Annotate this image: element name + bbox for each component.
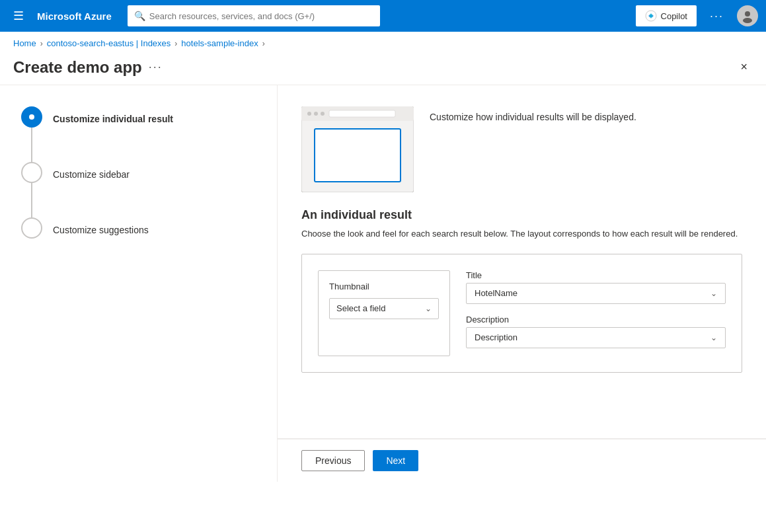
thumbnail-label: Thumbnail [329, 282, 439, 291]
description-label: Description [466, 315, 726, 324]
thumbnail-select[interactable]: Select a field ⌄ [329, 298, 439, 319]
description-dropdown[interactable]: Description ⌄ [466, 327, 726, 348]
page-more-icon[interactable]: ··· [149, 60, 163, 74]
breadcrumb-separator-3: › [262, 39, 265, 48]
step-1-label: Customize individual result [53, 110, 173, 124]
title-label: Title [466, 270, 726, 280]
thumbnail-select-value: Select a field [336, 303, 385, 313]
next-button[interactable]: Next [373, 450, 418, 471]
description-dropdown-chevron-icon: ⌄ [710, 333, 717, 342]
svg-point-3 [29, 114, 34, 120]
title-dropdown-chevron-icon: ⌄ [710, 289, 717, 298]
step-3-label: Customize suggestions [53, 221, 149, 235]
search-bar[interactable]: 🔍 [128, 5, 380, 26]
wizard-sidebar: Customize individual result Customize si… [0, 85, 278, 482]
wizard-panel: Customize how individual results will be… [278, 85, 766, 438]
step-3-circle [21, 217, 42, 239]
title-dropdown-value: HotelName [475, 288, 517, 298]
thumbnail-select-chevron-icon: ⌄ [425, 304, 432, 313]
more-options-icon[interactable]: ··· [705, 7, 729, 26]
search-input[interactable] [149, 11, 373, 21]
thumbnail-section: Thumbnail Select a field ⌄ [318, 270, 450, 356]
copilot-icon [645, 10, 657, 22]
breadcrumb-separator-2: › [174, 39, 177, 48]
step-2-label: Customize sidebar [53, 166, 130, 180]
svg-point-8 [321, 112, 325, 116]
wizard-step-2[interactable]: Customize sidebar [21, 162, 256, 217]
user-avatar[interactable] [737, 5, 758, 26]
close-button[interactable]: × [735, 57, 753, 77]
step-1-circle [21, 106, 42, 128]
description-dropdown-value: Description [475, 332, 517, 342]
breadcrumb-index[interactable]: hotels-sample-index [181, 38, 258, 48]
page-header: Create demo app ··· × [0, 55, 766, 85]
fields-card: Thumbnail Select a field ⌄ Title HotelNa… [301, 254, 742, 373]
svg-point-6 [307, 112, 311, 116]
page-title: Create demo app [13, 58, 142, 77]
svg-point-7 [314, 112, 318, 116]
preview-illustration [301, 106, 414, 192]
copilot-label: Copilot [661, 11, 687, 21]
hamburger-icon[interactable]: ☰ [8, 6, 29, 26]
app-title: Microsoft Azure [37, 11, 112, 22]
section-description: Choose the look and feel for each search… [301, 227, 742, 241]
copilot-button[interactable]: Copilot [636, 5, 697, 26]
search-icon: 🔍 [134, 11, 145, 21]
avatar-icon [740, 9, 755, 23]
description-field-group: Description Description ⌄ [466, 315, 726, 348]
wizard-step-3[interactable]: Customize suggestions [21, 217, 256, 239]
breadcrumb-separator-1: › [40, 39, 43, 48]
wizard-steps: Customize individual result Customize si… [21, 106, 256, 239]
step-2-circle [21, 162, 42, 183]
breadcrumb: Home › contoso-search-eastus | Indexes ›… [0, 32, 766, 55]
preview-description: Customize how individual results will be… [430, 106, 636, 122]
title-field-group: Title HotelName ⌄ [466, 270, 726, 304]
svg-rect-9 [329, 110, 395, 117]
preview-section: Customize how individual results will be… [301, 106, 742, 192]
main-content: Customize individual result Customize si… [0, 85, 766, 482]
wizard-step-1[interactable]: Customize individual result [21, 106, 256, 162]
top-navigation: ☰ Microsoft Azure 🔍 Copilot ··· [0, 0, 766, 32]
previous-button[interactable]: Previous [301, 450, 365, 471]
title-dropdown[interactable]: HotelName ⌄ [466, 283, 726, 304]
step-1-dot-icon [27, 112, 36, 122]
right-fields: Title HotelName ⌄ Description Descriptio… [466, 270, 726, 348]
breadcrumb-indexes[interactable]: contoso-search-eastus | Indexes [47, 38, 171, 48]
section-title: An individual result [301, 208, 742, 222]
svg-rect-10 [315, 129, 401, 182]
svg-point-2 [743, 18, 752, 23]
breadcrumb-home[interactable]: Home [13, 38, 36, 48]
svg-point-1 [745, 11, 750, 17]
bottom-navigation: Previous Next [278, 439, 766, 482]
